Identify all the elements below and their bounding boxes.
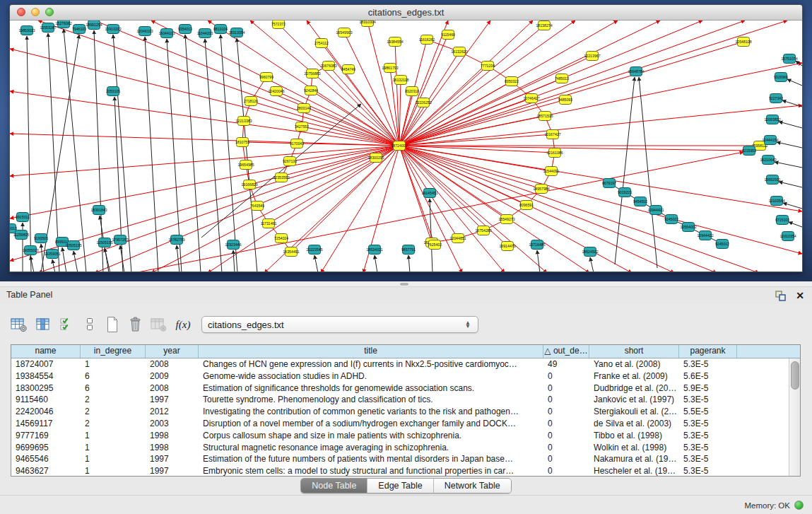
- graph-node[interactable]: 16044103: [158, 29, 175, 38]
- graph-node[interactable]: 8813104: [213, 25, 228, 34]
- graph-node[interactable]: 17957253: [112, 235, 128, 245]
- table-row[interactable]: 1938455462009Genome-wide association stu…: [11, 370, 800, 382]
- graph-node[interactable]: 7771234: [481, 62, 495, 71]
- graph-node[interactable]: 19853013: [18, 26, 35, 35]
- new-document-button[interactable]: [102, 314, 123, 335]
- graph-node[interactable]: 11544091: [543, 167, 560, 176]
- table-row[interactable]: 911546021997Tourette syndrome. Phenomeno…: [11, 394, 800, 406]
- row-height-button[interactable]: [79, 314, 100, 335]
- column-header-short[interactable]: short: [589, 345, 679, 358]
- graph-node[interactable]: 18310304: [359, 21, 375, 27]
- graph-node[interactable]: 12923446: [225, 240, 241, 250]
- select-mode-button[interactable]: [57, 314, 78, 335]
- graph-node[interactable]: 8350322: [505, 77, 519, 86]
- graph-node[interactable]: 19384554: [387, 37, 403, 47]
- table-settings-button[interactable]: [8, 314, 30, 335]
- graph-node[interactable]: 20756883: [304, 69, 320, 78]
- function-builder-button[interactable]: f(x): [172, 314, 194, 335]
- graph-node[interactable]: 7485013: [555, 74, 569, 83]
- graph-node[interactable]: 12161086: [546, 148, 563, 158]
- table-row[interactable]: 969969511998Structural magnetic resonanc…: [11, 442, 800, 454]
- graph-node[interactable]: 16354491: [283, 247, 299, 257]
- graph-node[interactable]: 18313054: [228, 28, 245, 37]
- graph-node[interactable]: 7643549: [250, 201, 264, 211]
- graph-node[interactable]: 16914479: [499, 242, 515, 251]
- tab-node-table[interactable]: Node Table: [301, 479, 367, 493]
- graph-node[interactable]: 7625402: [428, 240, 442, 250]
- graph-node[interactable]: 10944422: [697, 231, 713, 240]
- graph-node[interactable]: 12093832: [764, 115, 780, 124]
- table-row[interactable]: 1456911722003Disruption of a novel membe…: [11, 418, 800, 430]
- graph-node[interactable]: 10944421: [647, 206, 664, 215]
- graph-node[interactable]: 2754112: [314, 39, 329, 48]
- column-header-title[interactable]: title: [199, 345, 543, 358]
- graph-node[interactable]: 15549273: [498, 215, 514, 224]
- graph-node[interactable]: 18534021: [366, 245, 382, 255]
- graph-node[interactable]: 9245012: [715, 240, 729, 249]
- graph-node[interactable]: 16782759: [168, 235, 184, 245]
- graph-node[interactable]: 18724007: [391, 141, 407, 151]
- graph-node[interactable]: 1810755: [235, 138, 249, 147]
- panel-splitter[interactable]: [0, 281, 812, 287]
- graph-node[interactable]: 9960799: [259, 73, 273, 82]
- graph-node[interactable]: 11044203: [197, 29, 213, 38]
- column-chooser-button[interactable]: [33, 314, 54, 335]
- graph-node[interactable]: 10913203: [105, 25, 121, 34]
- scrollbar-thumb[interactable]: [791, 361, 799, 390]
- graph-node[interactable]: 19166829: [241, 180, 257, 189]
- graph-node[interactable]: 12213383: [235, 117, 252, 126]
- splitter-handle-icon[interactable]: [400, 283, 408, 286]
- graph-node[interactable]: 13259051: [44, 250, 60, 259]
- graph-node[interactable]: 9857791: [401, 245, 416, 255]
- graph-node[interactable]: 11259805: [13, 230, 30, 240]
- graph-node[interactable]: 8215953: [742, 146, 756, 156]
- graph-node[interactable]: 12213967: [584, 52, 600, 61]
- graph-node[interactable]: 9227343: [769, 94, 783, 103]
- delete-button[interactable]: [125, 314, 146, 335]
- graph-node[interactable]: 10548108: [735, 37, 751, 47]
- graph-node[interactable]: 9354013: [178, 25, 192, 34]
- graph-node[interactable]: 9245022: [664, 215, 678, 224]
- graph-node[interactable]: 19861793: [382, 64, 398, 73]
- graph-node[interactable]: 18991254: [86, 21, 102, 30]
- column-header-in_degree[interactable]: in_degree: [81, 345, 146, 358]
- graph-node[interactable]: 3427552: [295, 122, 309, 132]
- graph-node[interactable]: 12505135: [96, 238, 112, 247]
- close-panel-button[interactable]: ✕: [794, 289, 806, 302]
- graph-node[interactable]: 7946103: [72, 25, 86, 34]
- graph-node[interactable]: 12353593: [273, 173, 289, 182]
- tab-network-table[interactable]: Network Table: [433, 479, 511, 493]
- network-canvas[interactable]: 1872400799607992718126122133831810755196…: [10, 21, 802, 271]
- graph-node[interactable]: 2053105: [106, 87, 120, 96]
- graph-node[interactable]: 14957984: [533, 185, 549, 194]
- graph-node[interactable]: 22420046: [268, 87, 284, 96]
- graph-node[interactable]: 2803144: [297, 104, 311, 113]
- graph-node[interactable]: 8096591: [519, 201, 534, 210]
- graph-node[interactable]: 15276062: [55, 21, 71, 28]
- table-row[interactable]: 2242004622012Investigating the contribut…: [11, 406, 800, 418]
- table-source-select[interactable]: citations_edges.txt ▲▼: [201, 316, 478, 333]
- graph-node[interactable]: 16132620: [451, 47, 467, 57]
- graph-node[interactable]: 20223545: [306, 245, 322, 255]
- graph-node[interactable]: 9485093: [558, 95, 572, 105]
- graph-node[interactable]: 18138274: [536, 21, 552, 30]
- tab-edge-table[interactable]: Edge Table: [367, 479, 433, 493]
- graph-node[interactable]: 2718126: [244, 97, 258, 106]
- graph-node[interactable]: 12044851: [449, 234, 466, 243]
- graph-node[interactable]: 16210643: [760, 156, 776, 165]
- graph-node[interactable]: 10553287: [40, 23, 56, 33]
- graph-node[interactable]: 19055013: [22, 246, 38, 255]
- graph-node[interactable]: 12103544: [768, 197, 784, 206]
- graph-node[interactable]: 9170043: [290, 139, 304, 148]
- graph-node[interactable]: 11616262: [419, 35, 435, 45]
- graph-node[interactable]: 6715103: [775, 216, 789, 225]
- graph-node[interactable]: 11731461: [261, 219, 277, 228]
- graph-node[interactable]: 15692931: [764, 175, 780, 185]
- graph-node[interactable]: 10505135: [65, 241, 81, 250]
- column-header-out_degree[interactable]: △ out_de…: [543, 345, 589, 358]
- graph-node[interactable]: 9454502: [633, 197, 647, 206]
- graph-node[interactable]: 7254024: [274, 234, 288, 243]
- graph-node[interactable]: 10167427: [544, 130, 560, 139]
- graph-node[interactable]: 12010354: [779, 232, 796, 241]
- graph-node[interactable]: 13716485: [529, 240, 545, 250]
